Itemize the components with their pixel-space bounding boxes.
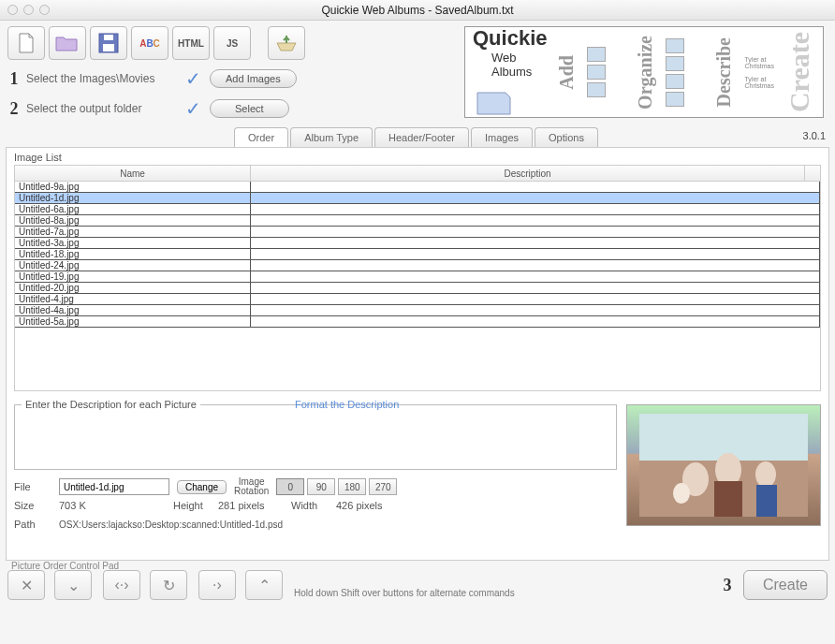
- svg-rect-1: [103, 44, 114, 51]
- cell-name: Untitled-1d.jpg: [15, 193, 251, 203]
- svg-rect-7: [714, 481, 742, 517]
- table-row[interactable]: Untitled-5a.jpg: [15, 316, 820, 328]
- cell-name: Untitled-5a.jpg: [15, 316, 251, 327]
- table-row[interactable]: Untitled-24.jpg: [15, 260, 820, 271]
- table-row[interactable]: Untitled-18.jpg: [15, 249, 820, 260]
- width-value: 426 pixels: [336, 500, 383, 511]
- banner-thumbs: [666, 38, 704, 107]
- rotation-label: ImageRotation: [234, 477, 269, 496]
- cell-name: Untitled-3a.jpg: [15, 238, 251, 248]
- col-name[interactable]: Name: [15, 166, 251, 181]
- cell-name: Untitled-4.jpg: [15, 294, 251, 304]
- banner-create: Create: [784, 32, 815, 112]
- minimize-dot[interactable]: [23, 5, 34, 15]
- window-controls: [7, 5, 50, 15]
- new-doc-button[interactable]: [7, 26, 45, 60]
- tab-images[interactable]: Images: [471, 127, 533, 147]
- table-row[interactable]: Untitled-19.jpg: [15, 271, 820, 283]
- cell-description: [251, 271, 820, 282]
- change-file-button[interactable]: Change: [177, 480, 227, 494]
- step-3-number: 3: [721, 576, 734, 595]
- js-button[interactable]: JS: [213, 26, 251, 60]
- table-row[interactable]: Untitled-4.jpg: [15, 294, 820, 305]
- rotate-90-button[interactable]: 90: [307, 478, 335, 495]
- banner: Quickie Web Albums Add Organize Describe…: [464, 26, 824, 118]
- zoom-dot[interactable]: [39, 5, 50, 15]
- svg-point-8: [755, 461, 776, 488]
- text-format-button[interactable]: ABC: [131, 26, 168, 60]
- description-panel: Enter the Description for each Picture F…: [14, 401, 821, 534]
- save-button[interactable]: [90, 26, 127, 60]
- close-dot[interactable]: [7, 5, 18, 15]
- add-images-button[interactable]: Add Images: [210, 69, 297, 88]
- cell-name: Untitled-6a.jpg: [15, 204, 251, 214]
- rotate-0-button[interactable]: 0: [276, 478, 304, 495]
- banner-organize: Organize: [635, 36, 656, 110]
- banner-subtitle: Web Albums: [491, 51, 547, 79]
- file-name-input[interactable]: [59, 478, 169, 495]
- title-bar: Quickie Web Albums - SavedAlbum.txt: [0, 0, 835, 21]
- move-down-button[interactable]: ⌄: [54, 570, 92, 600]
- cell-description: [251, 227, 820, 237]
- check-icon: ✓: [182, 97, 204, 120]
- image-list-title: Image List: [7, 148, 828, 163]
- control-hint: Hold down Shift over buttons for alterna…: [294, 588, 515, 598]
- tab-album-type[interactable]: Album Type: [290, 127, 373, 147]
- cell-description: [251, 249, 820, 259]
- table-row[interactable]: Untitled-3a.jpg: [15, 238, 820, 249]
- path-value: OSX:Users:lajackso:Desktop:scanned:Untit…: [59, 520, 283, 530]
- cell-description: [251, 294, 820, 304]
- bottom-bar: Picture Order Control Pad ✕ ⌄ ‹·› ↻ ·› ⌃…: [7, 570, 828, 600]
- size-value: 703 K: [59, 500, 166, 511]
- delete-button[interactable]: ✕: [7, 570, 45, 600]
- banner-add: Add: [556, 55, 578, 90]
- create-button[interactable]: Create: [743, 570, 828, 600]
- cell-name: Untitled-8a.jpg: [15, 215, 251, 226]
- tab-options[interactable]: Options: [535, 127, 598, 147]
- banner-title: Quickie: [473, 26, 547, 51]
- swap-button[interactable]: ‹·›: [103, 570, 140, 600]
- tab-bar: Order Album Type Header/Footer Images Op…: [0, 127, 835, 147]
- table-row[interactable]: Untitled-8a.jpg: [15, 215, 820, 227]
- tab-order[interactable]: Order: [234, 127, 288, 147]
- rotate-270-button[interactable]: 270: [369, 478, 397, 495]
- control-pad-label: Picture Order Control Pad: [11, 561, 119, 571]
- html-button[interactable]: HTML: [172, 26, 210, 60]
- table-header: Name Description: [14, 165, 821, 182]
- file-label: File: [14, 481, 51, 492]
- description-label: Enter the Description for each Picture: [22, 399, 200, 410]
- next-button[interactable]: ·›: [198, 570, 236, 600]
- table-row[interactable]: Untitled-1d.jpg: [15, 193, 820, 204]
- content-panel: Image List Name Description Untitled-9a.…: [6, 147, 829, 561]
- open-folder-button[interactable]: [49, 26, 86, 60]
- step-2-text: Select the output folder: [26, 102, 176, 115]
- meta-rows: File Change ImageRotation 0 90 180 270 S…: [14, 477, 617, 534]
- rotate-180-button[interactable]: 180: [338, 478, 366, 495]
- format-description-link[interactable]: Format the Description: [295, 399, 399, 410]
- refresh-button[interactable]: ↻: [150, 570, 187, 600]
- cell-description: [251, 182, 820, 192]
- cell-description: [251, 215, 820, 226]
- table-row[interactable]: Untitled-4a.jpg: [15, 305, 820, 316]
- height-value: 281 pixels: [218, 500, 284, 511]
- description-textarea[interactable]: [14, 404, 617, 470]
- height-label: Height: [173, 500, 211, 511]
- table-body[interactable]: Untitled-9a.jpgUntitled-1d.jpgUntitled-6…: [14, 182, 821, 391]
- svg-rect-3: [639, 414, 808, 461]
- table-row[interactable]: Untitled-6a.jpg: [15, 204, 820, 215]
- cell-description: [251, 238, 820, 248]
- cell-name: Untitled-24.jpg: [15, 260, 251, 271]
- path-label: Path: [14, 519, 51, 530]
- col-description[interactable]: Description: [251, 166, 805, 181]
- table-row[interactable]: Untitled-9a.jpg: [15, 182, 820, 193]
- select-folder-button[interactable]: Select: [210, 99, 289, 118]
- move-up-button[interactable]: ⌃: [245, 570, 283, 600]
- tab-header-footer[interactable]: Header/Footer: [374, 127, 469, 147]
- cell-name: Untitled-4a.jpg: [15, 305, 251, 315]
- check-icon: ✓: [182, 67, 204, 90]
- export-button[interactable]: [268, 26, 305, 60]
- table-row[interactable]: Untitled-20.jpg: [15, 283, 820, 294]
- cell-description: [251, 305, 820, 315]
- step-1-text: Select the Images\Movies: [26, 72, 176, 85]
- table-row[interactable]: Untitled-7a.jpg: [15, 227, 820, 238]
